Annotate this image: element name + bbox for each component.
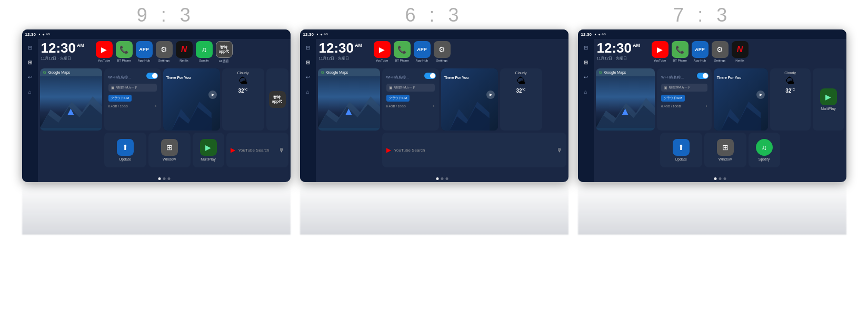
phone-icon-1[interactable]: 📞 (116, 41, 133, 58)
app-hub-2[interactable]: APP App Hub (414, 41, 431, 62)
spotify-music-icon: ♫ (201, 45, 207, 54)
extra-app-icon-1[interactable]: 智時app代 (269, 91, 286, 108)
app-spotify-1[interactable]: ♫ Spotify (196, 41, 213, 62)
multiplay-app-icon-1[interactable]: ▶ (200, 139, 217, 156)
apphub-icon-3[interactable]: APP (692, 41, 709, 58)
clock-time-1: 12:30 AM (41, 41, 85, 55)
youtube-icon-2[interactable]: ▶ (374, 41, 391, 58)
app-netflix-3[interactable]: N Netflix (732, 41, 749, 62)
window-app-widget-1[interactable]: ⊞ Window (148, 133, 191, 167)
music-play-button-2[interactable]: ▶ (486, 91, 495, 99)
window-icon-3[interactable]: ⊞ (717, 139, 734, 156)
wifi-toggle-3[interactable] (697, 73, 709, 79)
yt-search-placeholder-1: YouTube Search (238, 148, 276, 153)
app-phone-2[interactable]: 📞 BT Phone (394, 41, 411, 62)
youtube-search-bar-2[interactable]: ▶ YouTube Search 🎙 (382, 133, 566, 167)
car-screen-3: 12:30 ▲ ✦ 4G ⊟ ⊞ ↩ ⌂ 12:30 (578, 29, 846, 182)
app-settings-1[interactable]: ⚙ Settings (156, 41, 173, 62)
wifi-widget-3[interactable]: Wi-Fi点名称... ▣ 物理SIMカード クラウドSIM 6.4GB / 1… (657, 68, 712, 131)
app-ai-1[interactable]: 智時app代 AI 語音 (216, 41, 233, 64)
spotify-circle-icon-3[interactable]: ♫ (756, 139, 773, 156)
youtube-icon-3[interactable]: ▶ (652, 41, 669, 58)
clock-digits-3: 12:30 (597, 41, 632, 55)
phone-handset-icon-2: 📞 (397, 45, 406, 54)
maps-widget-1[interactable]: G Google Maps ▲ (40, 68, 102, 131)
update-icon-3[interactable]: ⬆ (673, 139, 690, 156)
maps-widget-2[interactable]: G Google Maps ▲ (318, 68, 380, 131)
youtube-play-icon: ▶ (101, 45, 107, 54)
window-widget-3[interactable]: ⊞ Window (704, 133, 746, 167)
cloud-sim-button-2[interactable]: クラウドSIM (386, 95, 410, 102)
sidebar-back-icon[interactable]: ↩ (25, 72, 35, 82)
sidebar-back-icon-3[interactable]: ↩ (581, 72, 591, 82)
widgets-row2-3: ⬆ Update ⊞ Window (596, 133, 844, 167)
app-settings-2[interactable]: ⚙ Settings (434, 41, 451, 62)
maps-row2-spacer-3 (596, 133, 658, 167)
cloud-sim-button-1[interactable]: クラウドSIM (108, 95, 132, 102)
update-app-icon-1[interactable]: ⬆ (117, 139, 134, 156)
sidebar-grid-icon-3[interactable]: ⊞ (581, 57, 591, 67)
app-phone-1[interactable]: 📞 BT Phone (116, 41, 133, 62)
app-widget-extra-1[interactable]: 智時app代 (266, 68, 288, 131)
update-widget-3[interactable]: ⬆ Update (660, 133, 702, 167)
settings-icon-3[interactable]: ⚙ (712, 41, 729, 58)
youtube-icon-1[interactable]: ▶ (96, 41, 113, 58)
apphub-icon-1[interactable]: APP (136, 41, 153, 58)
spotify-label-3: Spotify (759, 157, 770, 161)
multiplay-icon-3[interactable]: ▶ (820, 88, 837, 105)
apphub-icon-2[interactable]: APP (414, 41, 431, 58)
multiplay-widget-3[interactable]: ▶ MultiPlay (813, 68, 844, 131)
sidebar-home-icon[interactable]: ⌂ (25, 86, 35, 97)
sidebar-back-icon-2[interactable]: ↩ (303, 72, 313, 82)
sidebar-home-icon-3[interactable]: ⌂ (581, 86, 591, 97)
dot-1-3 (167, 177, 170, 180)
cloud-sim-button-3[interactable]: クラウドSIM (661, 95, 685, 102)
app-hub-1[interactable]: APP App Hub (136, 41, 153, 62)
wifi-widget-2[interactable]: Wi-Fi点名称... ▣ 物理SIMカード クラウドSIM 6.4GB / 1… (382, 68, 439, 131)
sidebar-sliders-icon[interactable]: ⊟ (25, 42, 35, 53)
wifi-widget-1[interactable]: Wi-Fi点名称... ▣ 物理SIMカード クラウドSIM 6.4GB / 1… (104, 68, 161, 131)
multiplay-app-widget-1[interactable]: ▶ MultiPlay (193, 133, 224, 167)
music-widget-3[interactable]: There For You ▶ (714, 68, 768, 131)
app-phone-3[interactable]: 📞 BT Phone (672, 41, 689, 62)
clock-ampm-3: AM (633, 43, 640, 48)
sim-row-3: ▣ 物理SIMカード (661, 84, 707, 92)
sidebar-grid-icon-2[interactable]: ⊞ (303, 57, 313, 67)
sidebar-grid-icon[interactable]: ⊞ (25, 57, 35, 67)
maps-widget-3[interactable]: G Google Maps ▲ (596, 68, 655, 131)
wifi-toggle-2[interactable] (424, 73, 436, 79)
sidebar-sliders-icon-2[interactable]: ⊟ (303, 42, 313, 53)
app-settings-3[interactable]: ⚙ Settings (712, 41, 729, 62)
netflix-icon-3[interactable]: N (732, 41, 749, 58)
ai-text-icon: 智時app代 (219, 45, 229, 53)
app-youtube-1[interactable]: ▶ YouTube (96, 41, 113, 62)
app-youtube-2[interactable]: ▶ YouTube (374, 41, 391, 62)
music-play-button-1[interactable]: ▶ (208, 91, 217, 99)
wifi-toggle-1[interactable] (146, 73, 158, 79)
settings-icon-2[interactable]: ⚙ (434, 41, 451, 58)
spotify-icon-1[interactable]: ♫ (196, 41, 213, 58)
spotify-widget-3[interactable]: ♫ Spotify (749, 133, 780, 167)
settings-icon-1[interactable]: ⚙ (156, 41, 173, 58)
nav-arrow-1: ▲ (66, 105, 76, 117)
music-play-button-3[interactable]: ▶ (756, 91, 765, 99)
phone-icon-3[interactable]: 📞 (672, 41, 689, 58)
app-hub-3[interactable]: APP App Hub (692, 41, 709, 62)
ai-icon-1[interactable]: 智時app代 (216, 41, 233, 58)
clock-area-2: 12:30 AM 11月12日・火曜日 (319, 41, 363, 61)
yt-mic-icon-1: 🎙 (279, 147, 284, 153)
youtube-search-bar-1[interactable]: ▶ YouTube Search 🎙 (226, 133, 288, 167)
music-widget-1[interactable]: There For You ▶ (163, 68, 220, 131)
widgets-area-1: G Google Maps ▲ (40, 68, 288, 174)
sidebar-sliders-icon-3[interactable]: ⊟ (581, 42, 591, 53)
music-widget-2[interactable]: There For You ▶ (441, 68, 498, 131)
app-netflix-1[interactable]: N Netflix (176, 41, 193, 62)
phone-icon-2[interactable]: 📞 (394, 41, 411, 58)
update-app-widget-1[interactable]: ⬆ Update (104, 133, 146, 167)
app-youtube-3[interactable]: ▶ YouTube (652, 41, 669, 62)
sidebar-home-icon-2[interactable]: ⌂ (303, 86, 313, 97)
dot-1-active (158, 177, 161, 180)
netflix-icon-1[interactable]: N (176, 41, 193, 58)
weather-title-1: Cloudy (237, 71, 249, 75)
window-app-icon-1[interactable]: ⊞ (161, 139, 178, 156)
